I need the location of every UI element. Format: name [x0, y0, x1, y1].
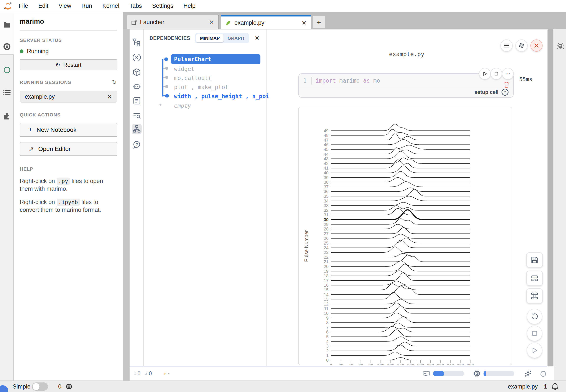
- svg-text:140: 140: [397, 363, 404, 365]
- session-item[interactable]: example.py ✕: [20, 91, 117, 103]
- outline-search-icon[interactable]: [133, 111, 141, 119]
- menu-edit[interactable]: Edit: [38, 3, 49, 9]
- svg-text:200: 200: [427, 363, 434, 365]
- logs-scroll-icon[interactable]: [133, 97, 141, 105]
- shutdown-notebook-button[interactable]: [530, 40, 543, 52]
- svg-text:31: 31: [324, 212, 328, 217]
- notebook-settings-button[interactable]: [515, 40, 528, 52]
- refresh-sessions-icon[interactable]: ↻: [112, 79, 117, 86]
- svg-text:120: 120: [387, 363, 394, 365]
- simple-mode-label: Simple: [13, 383, 30, 390]
- notebook-panel: ? DEPENDENCIES MINIMAP GRAPH ✕ PulsarCha…: [130, 29, 547, 366]
- session-close-icon[interactable]: ✕: [107, 93, 112, 100]
- svg-text:160: 160: [407, 363, 414, 365]
- restart-icon: ↻: [56, 62, 60, 68]
- svg-text:47: 47: [324, 138, 328, 142]
- notebook-filename: example.py: [267, 51, 547, 57]
- delete-cell-trash-icon[interactable]: [503, 81, 510, 88]
- warnings-icon[interactable]: [145, 370, 147, 377]
- marimo-ring-icon[interactable]: [3, 66, 11, 74]
- run-all-button[interactable]: [527, 343, 542, 358]
- undo-button[interactable]: [527, 309, 542, 324]
- running-terminals-icon[interactable]: [3, 43, 11, 51]
- svg-text:8: 8: [326, 320, 328, 325]
- file-browser-icon[interactable]: [3, 21, 11, 28]
- svg-text:18: 18: [324, 273, 328, 278]
- debug-bug-icon[interactable]: [556, 42, 564, 50]
- errors-icon[interactable]: [134, 370, 136, 377]
- tree-item-callout[interactable]: mo.callout(: [174, 75, 211, 81]
- dependencies-sitemap-icon[interactable]: [132, 124, 142, 134]
- running-sessions-header: RUNNING SESSIONS ↻: [20, 79, 117, 86]
- notebook-menu-button[interactable]: [500, 40, 513, 52]
- status-filename: example.py: [508, 383, 538, 390]
- keyboard-shortcuts-button[interactable]: [526, 288, 543, 304]
- cell-code-row[interactable]: 1 import marimo as mo: [299, 74, 513, 88]
- tree-node-dot: [165, 76, 168, 79]
- svg-text:41: 41: [324, 166, 328, 170]
- file-tree-icon[interactable]: [133, 38, 141, 46]
- scrollbar-thumb[interactable]: [548, 29, 553, 366]
- menu-kernel[interactable]: Kernel: [103, 3, 119, 9]
- svg-text:80: 80: [368, 363, 373, 365]
- stop-all-button[interactable]: [527, 326, 542, 341]
- svg-text:20: 20: [324, 264, 328, 269]
- extensions-puzzle-icon[interactable]: [3, 112, 11, 119]
- ai-sparkle-icon[interactable]: [524, 370, 532, 377]
- ai-robot-icon[interactable]: [133, 82, 141, 91]
- open-editor-button[interactable]: ↗ Open Editor: [20, 142, 117, 156]
- session-name: example.py: [25, 93, 55, 100]
- simple-mode-toggle[interactable]: [32, 382, 48, 391]
- tree-item-width-pulse-height[interactable]: width , pulse_height , n_poi: [174, 93, 269, 99]
- close-dependencies-icon[interactable]: ✕: [254, 35, 260, 42]
- memory-usage-meter: [433, 371, 464, 376]
- variables-icon[interactable]: [133, 53, 141, 62]
- svg-text:30: 30: [324, 217, 328, 222]
- help-chat-icon[interactable]: ?: [133, 140, 141, 149]
- chevron-down-icon[interactable]: [168, 370, 170, 377]
- new-tab-button[interactable]: +: [313, 16, 325, 28]
- help-heading: HELP: [20, 166, 117, 172]
- toggle-minimap[interactable]: MINIMAP: [196, 34, 223, 42]
- setup-cell[interactable]: ⋯ 1 import marimo as mo setup cell ?: [298, 73, 514, 98]
- menu-tabs[interactable]: Tabs: [130, 3, 142, 9]
- menu-file[interactable]: File: [19, 3, 28, 9]
- save-button[interactable]: [526, 252, 543, 267]
- tree-item-pulsarchart[interactable]: PulsarChart: [171, 54, 260, 64]
- menu-items: File Edit View Run Kernel Tabs Settings …: [19, 3, 195, 9]
- tree-item-empty[interactable]: empty: [174, 103, 191, 109]
- pulsar-chart-output: Pulse Number0123456789101112131415161718…: [298, 107, 512, 365]
- status-cpu-icon[interactable]: [66, 383, 73, 390]
- restart-button[interactable]: ↻ Restart: [20, 59, 117, 70]
- layout-toggle-button[interactable]: [526, 271, 543, 286]
- svg-text:21: 21: [324, 259, 328, 264]
- tree-item-plot[interactable]: plot , make_plot: [174, 84, 228, 90]
- help-paragraph-ipynb: Right-click on .ipynb files to convert t…: [20, 198, 117, 214]
- run-on-change-lightning-icon[interactable]: [164, 370, 166, 377]
- menu-help[interactable]: Help: [183, 3, 195, 9]
- menu-run[interactable]: Run: [81, 3, 92, 9]
- toggle-graph[interactable]: GRAPH: [223, 34, 248, 42]
- marimo-mascot-icon[interactable]: [539, 370, 547, 377]
- svg-text:240: 240: [447, 363, 454, 365]
- dependencies-panel: DEPENDENCIES MINIMAP GRAPH ✕ PulsarChart…: [144, 29, 267, 367]
- svg-text:48: 48: [324, 133, 328, 138]
- main-scrollbar[interactable]: [547, 29, 554, 366]
- packages-cube-icon[interactable]: [133, 68, 141, 76]
- tab-example-py[interactable]: example.py ✕: [221, 15, 311, 29]
- bell-icon[interactable]: [551, 383, 559, 391]
- svg-text:36: 36: [324, 189, 328, 194]
- svg-text:6: 6: [326, 330, 328, 334]
- svg-text:46: 46: [324, 142, 328, 147]
- table-of-contents-icon[interactable]: [3, 89, 11, 97]
- svg-text:25: 25: [324, 241, 328, 245]
- close-launcher-tab-icon[interactable]: ✕: [209, 19, 214, 26]
- menu-view[interactable]: View: [59, 3, 71, 9]
- status-corner-badge: [0, 385, 8, 392]
- tab-launcher[interactable]: Launcher ✕: [127, 15, 219, 29]
- tree-item-widget[interactable]: widget: [174, 66, 194, 72]
- menu-settings[interactable]: Settings: [152, 3, 173, 9]
- setup-cell-help-button[interactable]: ?: [502, 89, 508, 96]
- close-notebook-tab-icon[interactable]: ✕: [301, 19, 306, 27]
- new-notebook-button[interactable]: + New Notebook: [20, 123, 117, 137]
